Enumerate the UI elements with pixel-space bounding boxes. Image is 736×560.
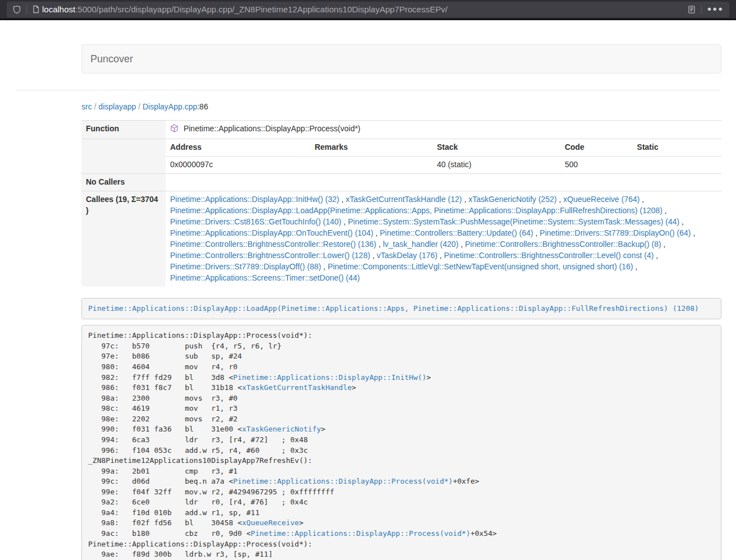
cube-icon	[170, 125, 181, 134]
breadcrumb-line-number: :86	[197, 102, 208, 111]
breadcrumb: src / displayapp / DisplayApp.cpp:86	[81, 102, 721, 113]
callee-link[interactable]: Pinetime::Controllers::BrightnessControl…	[444, 251, 653, 260]
stack-value: 40 (static)	[432, 156, 560, 173]
col-address: Address	[166, 139, 310, 156]
callee-link[interactable]: Pinetime::Applications::Screens::Timer::…	[170, 273, 360, 282]
table-row-function: Function Pinetime::Applications::Display…	[81, 120, 721, 139]
callee-separator: ,	[661, 240, 666, 249]
callee-separator: ,	[339, 195, 346, 204]
callee-link[interactable]: Pinetime::Drivers::St7789::DisplayOn() (…	[540, 228, 691, 237]
callee-separator: ,	[373, 228, 380, 237]
url-host: localhost	[42, 4, 75, 14]
callees-list: Pinetime::Applications::DisplayApp::Init…	[166, 191, 721, 286]
callee-separator: ,	[662, 206, 667, 215]
page-icon	[32, 5, 40, 13]
function-name-cell: Pinetime::Applications::DisplayApp::Proc…	[166, 120, 721, 139]
assembly-symbol-link[interactable]: Pinetime::Applications::DisplayApp::Proc…	[233, 477, 452, 485]
metrics-header-row: Address Remarks Stack Code Static	[166, 139, 721, 156]
callee-link[interactable]: xTaskGetCurrentTaskHandle (12)	[346, 195, 462, 204]
callee-link[interactable]: vTaskDelay (176)	[377, 251, 437, 260]
col-static: Static	[633, 139, 721, 156]
assembly-symbol-link[interactable]: Pinetime::Applications::DisplayApp::Init…	[233, 373, 426, 382]
callee-link[interactable]: Pinetime::Drivers::St7789::DisplayOff() …	[170, 262, 321, 271]
callee-link[interactable]: Pinetime::Controllers::BrightnessControl…	[170, 240, 376, 249]
callee-separator: ,	[557, 195, 564, 204]
urlbar-divider	[26, 4, 27, 14]
callee-link[interactable]: Pinetime::Components::LittleVgl::SetNewT…	[328, 262, 633, 271]
callee-separator: ,	[653, 251, 658, 260]
static-value	[633, 156, 721, 173]
function-name: Pinetime::Applications::DisplayApp::Proc…	[184, 124, 360, 133]
assembly-symbol-link[interactable]: Pinetime::Applications::DisplayApp::Proc…	[251, 529, 470, 538]
url-bar[interactable]: localhost:5000/path/src/displayapp/Displ…	[7, 2, 729, 17]
function-table: Function Pinetime::Applications::Display…	[81, 120, 721, 287]
code-value: 500	[560, 156, 633, 173]
breadcrumb-separator: /	[92, 102, 99, 111]
callee-link[interactable]: lv_task_handler (420)	[383, 240, 459, 249]
col-remarks: Remarks	[310, 139, 432, 156]
callee-separator: ,	[459, 240, 465, 249]
table-row-no-callers: No Callers	[81, 173, 721, 191]
assembly-listing: Pinetime::Applications::DisplayApp::Proc…	[81, 325, 721, 560]
callee-separator: ,	[370, 251, 377, 260]
callee-link[interactable]: Pinetime::Controllers::BrightnessControl…	[170, 251, 370, 260]
url-text[interactable]: localhost:5000/path/src/displayapp/Displ…	[42, 3, 687, 15]
callee-separator: ,	[533, 228, 540, 237]
function-label: Function	[81, 120, 166, 139]
urlbar-divider-2	[701, 4, 702, 14]
callee-separator: ,	[633, 262, 638, 271]
callee-link[interactable]: Pinetime::Applications::DisplayApp::Init…	[170, 195, 339, 204]
breadcrumb-separator: /	[136, 102, 143, 111]
navbar: Puncover	[81, 44, 721, 74]
breadcrumb-link[interactable]: displayapp	[98, 102, 136, 111]
assembly-symbol-link[interactable]: xTaskGenericNotify	[242, 425, 321, 433]
callee-link[interactable]: Pinetime::Controllers::Battery::Update()…	[380, 228, 533, 237]
remarks-value	[310, 156, 432, 173]
metrics-table: Address Remarks Stack Code Static 0x0000…	[166, 139, 721, 173]
callee-separator: ,	[639, 195, 644, 204]
col-stack: Stack	[432, 139, 560, 156]
divider-rule	[16, 90, 720, 90]
callee-link[interactable]: Pinetime::Applications::DisplayApp::Load…	[170, 206, 662, 215]
loadapp-link[interactable]: Pinetime::Applications::DisplayApp::Load…	[88, 304, 699, 313]
assembly-symbol-link[interactable]: xQueueReceive	[242, 518, 299, 527]
table-row-callees: Callees (19, Σ=3704 ) Pinetime::Applicat…	[81, 191, 721, 286]
browser-toolbar: localhost:5000/path/src/displayapp/Displ…	[0, 0, 736, 20]
url-path: :5000/path/src/displayapp/DisplayApp.cpp…	[75, 4, 447, 14]
breadcrumb-link[interactable]: src	[81, 102, 92, 111]
table-row-metrics: Address Remarks Stack Code Static 0x0000…	[81, 139, 721, 173]
no-callers-label: No Callers	[81, 173, 166, 191]
highlighted-line-block: Pinetime::Applications::DisplayApp::Load…	[81, 298, 721, 320]
callee-link[interactable]: Pinetime::System::SystemTask::PushMessag…	[348, 217, 680, 226]
callee-separator: ,	[437, 251, 444, 260]
callee-link[interactable]: xTaskGenericNotify (252)	[468, 195, 556, 204]
breadcrumb-link[interactable]: DisplayApp.cpp	[143, 102, 197, 111]
callee-link[interactable]: Pinetime::Controllers::BrightnessControl…	[465, 240, 661, 249]
metrics-value-row: 0x0000097c 40 (static) 500	[166, 156, 721, 173]
callee-separator: ,	[679, 217, 684, 226]
shield-icon[interactable]	[12, 5, 21, 14]
address-value: 0x0000097c	[166, 156, 310, 173]
assembly-symbol-link[interactable]: xTaskGetCurrentTaskHandle	[242, 383, 352, 392]
callee-separator: ,	[462, 195, 469, 204]
callee-link[interactable]: Pinetime::Applications::DisplayApp::OnTo…	[170, 228, 373, 237]
callee-link[interactable]: xQueueReceive (764)	[563, 195, 639, 204]
callee-separator: ,	[341, 217, 348, 226]
page-actions-menu-icon[interactable]: ●●●	[707, 4, 724, 15]
callee-separator: ,	[376, 240, 383, 249]
col-code: Code	[560, 139, 633, 156]
callee-separator: ,	[691, 228, 696, 237]
callee-link[interactable]: Pinetime::Drivers::Cst816S::GetTouchInfo…	[170, 217, 341, 226]
reader-mode-icon[interactable]	[687, 5, 696, 14]
callee-separator: ,	[321, 262, 328, 271]
brand-link[interactable]: Puncover	[90, 53, 133, 65]
callees-label: Callees (19, Σ=3704 )	[81, 191, 166, 286]
